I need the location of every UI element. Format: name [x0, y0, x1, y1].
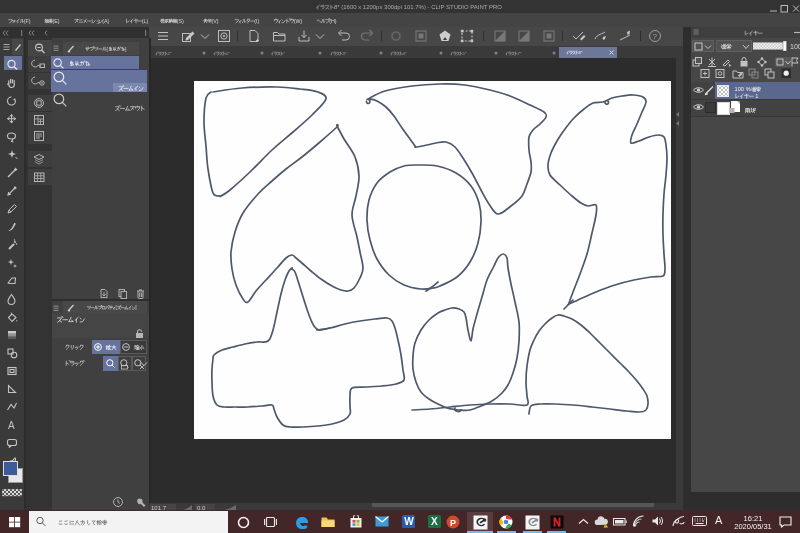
svg-text:6*: 6*: [226, 50, 230, 55]
svg-text:(E): (E): [53, 17, 60, 23]
svg-text:(W): (W): [294, 17, 303, 23]
svg-text:2*: 2*: [168, 50, 172, 55]
svg-text:[: [: [115, 305, 117, 310]
svg-text:?: ?: [653, 32, 658, 41]
svg-text:X: X: [431, 516, 438, 527]
svg-text:(V): (V): [212, 17, 219, 23]
svg-text:4*: 4*: [403, 50, 407, 55]
svg-text:7*: 7*: [518, 50, 522, 55]
svg-text:*: *: [283, 50, 285, 55]
svg-text:P: P: [450, 518, 456, 528]
svg-text:8* (1600 x 1200px 300dpi 101.7: 8* (1600 x 1200px 300dpi 101.7%) - CLIP …: [334, 4, 502, 10]
svg-text:(H): (H): [329, 17, 337, 23]
svg-text:W: W: [404, 516, 414, 527]
svg-text:]: ]: [125, 46, 127, 52]
svg-text:(F): (F): [24, 17, 31, 23]
svg-text:]: ]: [135, 305, 136, 310]
svg-text:1: 1: [755, 93, 758, 99]
svg-text:8*: 8*: [579, 50, 583, 55]
svg-text:3*: 3*: [343, 50, 347, 55]
svg-text:(S): (S): [177, 17, 184, 23]
svg-text:(L): (L): [142, 17, 149, 23]
svg-text:[: [: [107, 46, 109, 52]
svg-text:5*: 5*: [463, 50, 467, 55]
svg-text:(A): (A): [102, 17, 109, 23]
svg-text:A: A: [8, 420, 15, 431]
svg-text:(I): (I): [254, 17, 259, 23]
